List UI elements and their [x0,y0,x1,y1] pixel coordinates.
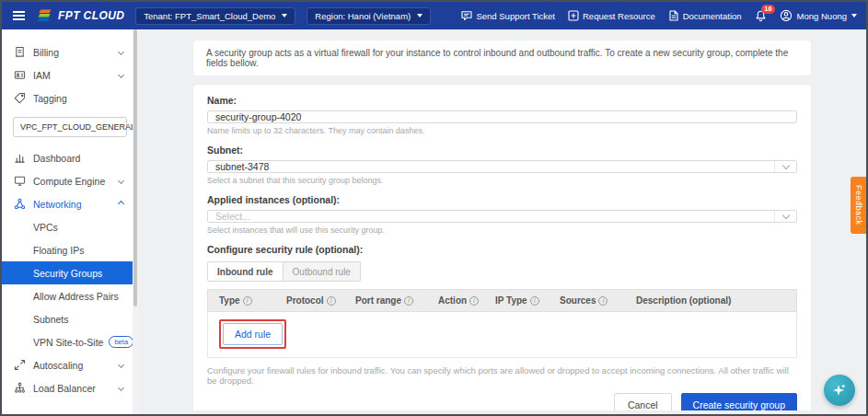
support-ticket-icon [461,10,472,21]
rules-table-header: Type i Protocol i Port range i Action i [207,289,797,312]
sidebar-item-compute-engine[interactable]: Compute Engine [2,169,138,192]
fpt-logo-icon [38,9,52,22]
documentation-link[interactable]: Documentation [668,10,742,21]
request-resource-link[interactable]: Request Resource [568,10,655,21]
info-icon[interactable]: i [530,296,539,306]
cancel-button[interactable]: Cancel [614,393,672,410]
notifications-button[interactable]: 16 [755,10,767,22]
region-label: Region: Hanoi (Vietnam) [315,11,411,21]
rules-help: Configure your firewall rules for inboun… [207,365,797,386]
sidebar-item-label: Floating IPs [33,245,84,256]
instances-select[interactable]: Select... [207,210,797,223]
sidebar-item-autoscaling[interactable]: Autoscaling [2,353,138,376]
request-resource-label: Request Resource [583,11,655,21]
chevron-down-icon [118,49,124,55]
user-name: Mong Nuong [797,11,847,21]
sidebar-item-allow-address-pairs[interactable]: Allow Address Pairs [2,284,138,307]
user-menu[interactable]: Mong Nuong [780,9,857,22]
intro-card: A security group acts as a virtual firew… [193,40,811,75]
documentation-icon [668,10,679,21]
sidebar-item-label: VPN Site-to-Site [33,337,103,348]
rules-table-body: Add rule [207,312,797,358]
column-header-type: Type i [208,295,275,306]
notification-badge: 16 [761,5,774,14]
select-arrow-box [774,211,796,222]
scrollbar-thumb[interactable] [133,29,137,306]
sidebar-item-networking[interactable]: Networking [2,192,138,215]
feedback-tab[interactable]: Feedback [851,177,866,234]
create-security-group-form: Name: Name limits up to 32 characters. T… [193,85,811,410]
request-resource-icon [568,10,579,21]
info-icon[interactable]: i [243,296,252,306]
tab-outbound-rule[interactable]: Outbound rule [284,261,361,282]
brand-logo[interactable]: FPT CLOUD [38,9,124,22]
sidebar-item-label: Subnets [33,314,69,325]
name-help: Name limits up to 32 characters. They ma… [207,126,797,135]
chevron-down-icon [118,362,124,368]
instances-select-placeholder: Select... [215,211,250,222]
chevron-down-icon [118,178,124,184]
info-icon[interactable]: i [598,296,608,306]
brand-text: FPT CLOUD [58,9,124,22]
send-support-ticket-link[interactable]: Send Support Ticket [461,10,555,21]
create-security-group-button[interactable]: Create security group [681,393,797,410]
add-rule-button[interactable]: Add rule [223,323,283,345]
sidebar-item-billing[interactable]: Billing [2,40,138,64]
name-input[interactable] [207,110,797,123]
sidebar-item-security-groups[interactable]: Security Groups [2,261,138,284]
subnet-help: Select a subnet that this security group… [207,176,797,185]
dashboard-icon [13,152,26,164]
app-window: FPT CLOUD Tenant: FPT_Smart_Cloud_Demo R… [0,0,868,416]
column-header-protocol: Protocol i [275,295,344,306]
chevron-down-icon [781,162,789,169]
sidebar-item-subnets[interactable]: Subnets [2,307,138,330]
subnet-select-value: subnet-3478 [215,161,269,172]
sidebar-item-tagging[interactable]: Tagging [2,87,138,110]
select-arrow-box [774,161,796,172]
sparkle-icon [831,382,848,399]
rules-label: Configure security rule (optional): [207,244,797,255]
chevron-down-icon [851,14,857,17]
billing-icon [13,46,26,58]
sidebar-item-dashboard[interactable]: Dashboard [2,146,138,169]
sidebar-item-iam[interactable]: IAM [2,64,138,87]
topbar: FPT CLOUD Tenant: FPT_Smart_Cloud_Demo R… [2,2,866,29]
tab-inbound-rule[interactable]: Inbound rule [207,261,284,282]
info-icon[interactable]: i [469,296,479,306]
column-header-action: Action i [427,295,484,306]
chevron-down-icon [781,212,789,219]
tenant-select[interactable]: Tenant: FPT_Smart_Cloud_Demo [135,7,295,25]
column-header-ip-type: IP Type i [484,295,549,306]
sidebar-item-label: Networking [33,199,111,210]
name-label: Name: [207,95,797,106]
intro-text: A security group acts as a virtual firew… [206,48,798,68]
networking-icon [13,198,26,210]
sidebar-item-label: Load Balancer [33,383,111,394]
info-icon[interactable]: i [327,296,336,306]
sidebar-item-vpn-site-to-site[interactable]: VPN Site-to-Site beta [2,330,138,353]
menu-icon[interactable] [11,9,27,22]
sidebar-item-vpcs[interactable]: VPCs [2,215,138,238]
compute-engine-icon [13,175,26,187]
sidebar-item-label: VPCs [33,222,58,233]
sidebar-item-label: Autoscaling [33,360,111,371]
subnet-select[interactable]: subnet-3478 [207,160,797,173]
sidebar: Billing IAM Tagging VPC_FPT_CLOUD_GENERA… [2,29,138,414]
sidebar-item-floating-ips[interactable]: Floating IPs [2,238,138,261]
column-header-sources: Sources i [549,295,625,306]
region-select[interactable]: Region: Hanoi (Vietnam) [307,7,431,25]
sidebar-item-label: Billing [33,47,111,58]
iam-icon [13,69,26,81]
info-icon[interactable]: i [404,296,413,306]
sidebar-item-label: IAM [33,70,111,81]
support-ticket-label: Send Support Ticket [476,11,555,21]
autoscaling-icon [13,359,26,371]
ai-chat-button[interactable] [824,375,855,406]
vpc-selector[interactable]: VPC_FPT_CLOUD_GENERAL [13,117,127,137]
chevron-down-icon [282,14,287,17]
sidebar-item-load-balancer[interactable]: Load Balancer [2,376,138,399]
form-footer: Cancel Create security group [207,386,797,410]
tab-label: Inbound rule [217,267,273,277]
tag-icon [13,92,26,104]
main-content: A security group acts as a virtual firew… [138,29,866,414]
